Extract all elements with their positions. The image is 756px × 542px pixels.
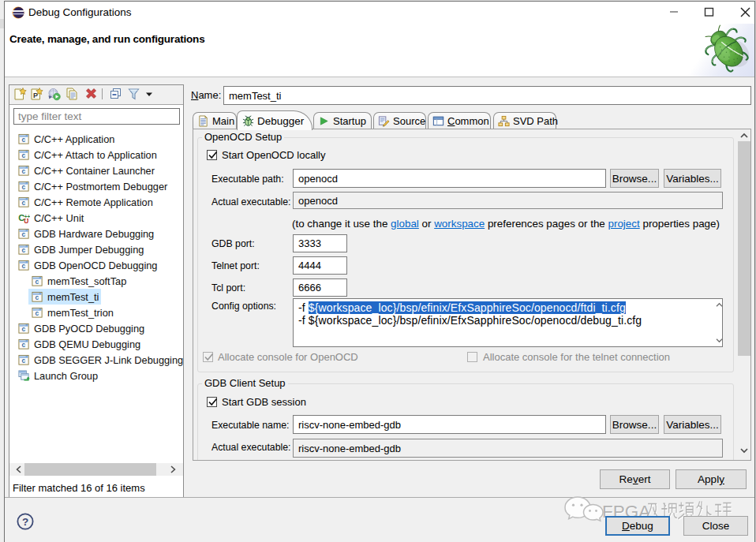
svg-text:P: P: [33, 92, 38, 99]
svg-text:?: ?: [22, 516, 28, 528]
